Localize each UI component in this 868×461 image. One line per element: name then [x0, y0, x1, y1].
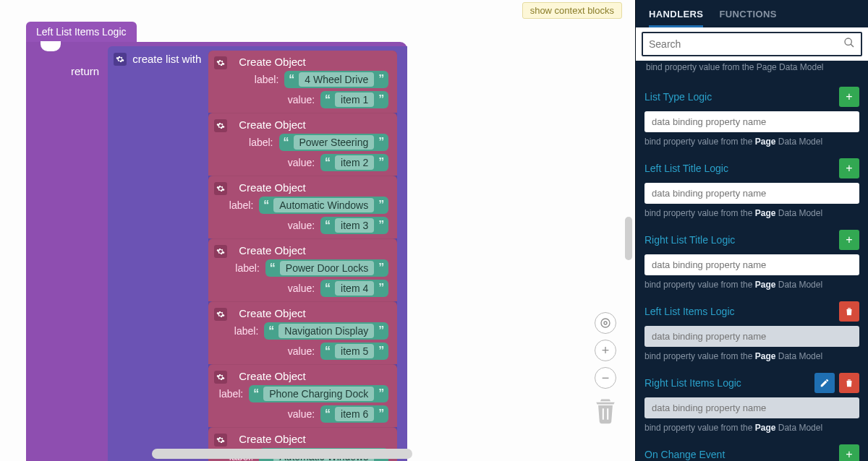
group-title[interactable]: Left List Items Logic	[644, 306, 735, 317]
create-object-label: Create Object	[239, 370, 306, 382]
recenter-button[interactable]	[595, 312, 616, 334]
create-object-block[interactable]: Create Objectlabel:“Phone Charging Dock”…	[208, 364, 397, 427]
string-block[interactable]: “4 Wheel Drive”	[284, 71, 388, 88]
group-title[interactable]: Left List Title Logic	[644, 163, 728, 174]
string-value[interactable]: Power Steering	[294, 135, 375, 150]
string-value[interactable]: item 1	[335, 92, 374, 107]
canvas-divider[interactable]	[625, 217, 632, 260]
hint-text: bind property value from the Page Data M…	[644, 351, 859, 361]
group-title[interactable]: List Type Logic	[644, 91, 712, 103]
string-block[interactable]: “item 1”	[320, 91, 388, 108]
group-list-type: List Type Logic + bind property value fr…	[644, 87, 859, 147]
string-block[interactable]: “item 6”	[320, 405, 388, 423]
tab-notch	[41, 41, 61, 51]
quote-icon: “	[289, 73, 294, 86]
quote-icon: “	[325, 156, 331, 169]
label-key: label:	[250, 74, 278, 85]
string-value[interactable]: item 4	[335, 281, 374, 296]
hint-text: bind property value from the Page Data M…	[644, 423, 859, 433]
string-block[interactable]: “item 5”	[320, 342, 388, 360]
quote-icon: ”	[378, 345, 384, 358]
add-logic-button[interactable]: +	[839, 230, 859, 250]
quote-icon: ”	[378, 219, 384, 232]
string-block[interactable]: “item 3”	[320, 217, 388, 234]
quote-icon: ”	[378, 73, 384, 86]
quote-icon: “	[325, 219, 331, 232]
group-title[interactable]: Right List Items Logic	[644, 377, 741, 389]
delete-logic-button[interactable]	[839, 373, 859, 393]
quote-icon: ”	[378, 408, 384, 421]
group-title[interactable]: Right List Title Logic	[644, 234, 735, 246]
gear-icon[interactable]	[214, 371, 227, 384]
binding-input[interactable]	[644, 254, 859, 275]
string-block[interactable]: “Navigation Display”	[264, 322, 388, 340]
create-object-block[interactable]: Create Objectlabel:“Power Door Locks”val…	[208, 238, 397, 301]
string-value[interactable]: 4 Wheel Drive	[299, 72, 374, 87]
gear-icon[interactable]	[214, 182, 227, 195]
zoom-out-button[interactable]: −	[595, 367, 616, 389]
search-box[interactable]	[642, 32, 862, 56]
quote-icon: ”	[378, 387, 384, 400]
gear-icon[interactable]	[114, 53, 127, 66]
add-logic-button[interactable]: +	[839, 158, 859, 178]
blockly-canvas[interactable]: show context blocks Left List Items Logi…	[0, 0, 635, 461]
string-block[interactable]: “Power Steering”	[279, 134, 389, 151]
gear-icon[interactable]	[214, 308, 227, 321]
hint-text: bind property value from the Page Data M…	[644, 62, 859, 75]
tab-handlers[interactable]: HANDLERS	[649, 6, 703, 27]
gear-icon[interactable]	[214, 434, 227, 447]
string-block[interactable]: “item 2”	[320, 154, 388, 171]
binding-input[interactable]	[644, 183, 859, 204]
binding-input[interactable]	[644, 111, 859, 132]
string-value[interactable]: Power Door Locks	[280, 261, 374, 275]
string-value[interactable]: item 2	[335, 155, 374, 170]
gear-icon[interactable]	[214, 119, 227, 132]
procedure-body[interactable]: return create list with Create Objectlab…	[26, 42, 407, 461]
string-value[interactable]: Phone Charging Dock	[263, 387, 374, 401]
string-value[interactable]: Automatic Windows	[273, 198, 374, 212]
label-key: label:	[229, 325, 258, 337]
string-block[interactable]: “Automatic Windows”	[259, 197, 388, 214]
quote-icon: “	[268, 324, 274, 337]
delete-logic-button[interactable]	[839, 301, 859, 322]
group-right-list-title: Right List Title Logic + bind property v…	[644, 230, 859, 290]
add-logic-button[interactable]: +	[839, 87, 859, 107]
create-object-block[interactable]: Create Objectlabel:“Automatic Windows”va…	[208, 176, 397, 238]
string-value[interactable]: Navigation Display	[278, 324, 374, 338]
edit-logic-button[interactable]	[814, 373, 835, 393]
string-value[interactable]: item 3	[335, 218, 374, 233]
add-logic-button[interactable]: +	[839, 444, 859, 461]
quote-icon: ”	[378, 282, 384, 295]
create-object-label: Create Object	[239, 56, 306, 68]
show-context-button[interactable]: show context blocks	[522, 2, 622, 19]
search-input[interactable]	[649, 38, 843, 50]
quote-icon: ”	[378, 93, 384, 106]
group-title[interactable]: On Change Event	[644, 449, 725, 460]
gear-icon[interactable]	[214, 245, 227, 258]
zoom-in-button[interactable]: +	[595, 340, 616, 361]
trash-icon[interactable]	[593, 396, 618, 428]
string-block[interactable]: “item 4”	[320, 280, 388, 297]
label-key: label:	[224, 199, 253, 211]
create-object-block[interactable]: Create Objectlabel:“4 Wheel Drive”value:…	[208, 51, 397, 113]
procedure-tab[interactable]: Left List Items Logic	[26, 22, 137, 42]
tab-functions[interactable]: FUNCTIONS	[719, 6, 776, 27]
string-block[interactable]: “Power Door Locks”	[265, 259, 388, 277]
svg-point-0	[604, 322, 607, 324]
label-key: label:	[244, 137, 273, 148]
string-block[interactable]: “Phone Charging Dock”	[249, 385, 388, 402]
create-object-block[interactable]: Create Objectlabel:“Navigation Display”v…	[208, 301, 397, 364]
create-object-block[interactable]: Create Objectlabel:“Power Steering”value…	[208, 113, 397, 176]
string-value[interactable]: item 5	[335, 344, 374, 358]
group-right-list-items: Right List Items Logic bind property val…	[644, 373, 859, 433]
hint-text: bind property value from the Page Data M…	[644, 208, 859, 218]
block-stage: Left List Items Logic return create list…	[26, 22, 407, 461]
string-value[interactable]: item 6	[335, 407, 374, 421]
quote-icon: “	[253, 387, 259, 400]
create-list-block[interactable]: create list with Create Objectlabel:“4 W…	[108, 46, 407, 461]
gear-icon[interactable]	[214, 56, 227, 69]
quote-icon: “	[325, 93, 331, 106]
binding-input[interactable]	[644, 326, 859, 347]
binding-input[interactable]	[644, 397, 859, 418]
horizontal-scrollbar[interactable]	[152, 449, 412, 459]
